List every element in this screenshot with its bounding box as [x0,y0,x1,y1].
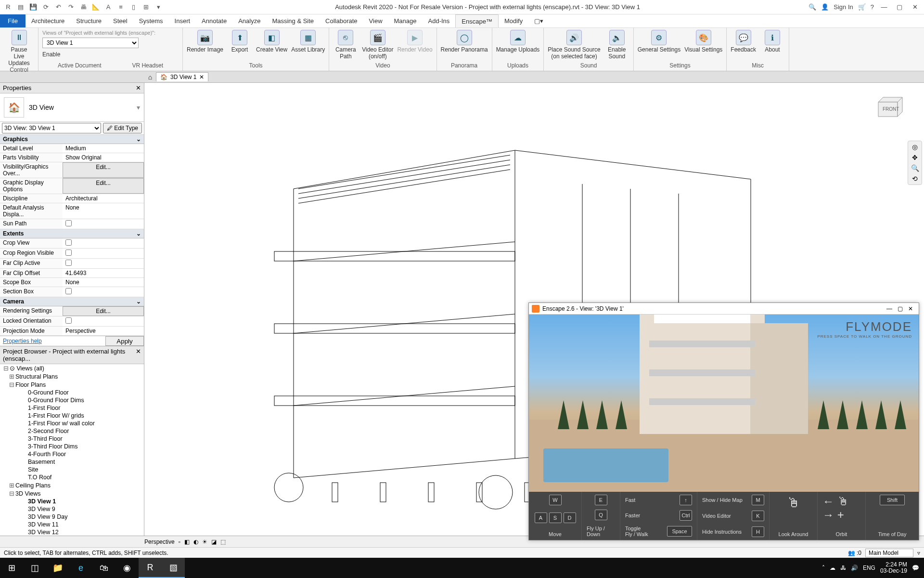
asset-library-button[interactable]: ▦Asset Library [291,30,325,53]
floor-item[interactable]: 4-Fourth Floor [0,450,144,458]
prop-analysis-value[interactable]: None [63,203,144,219]
prop-parts-value[interactable]: Show Original [63,153,144,162]
chrome-icon[interactable]: ◉ [116,558,139,578]
view-item[interactable]: 3D View 9 [0,505,144,513]
shadows-icon[interactable]: ◪ [211,539,217,545]
create-view-button[interactable]: ◧Create View [256,30,287,53]
export-button[interactable]: ⬆Export [227,30,252,53]
close-views-icon[interactable]: ⊞ [141,2,151,13]
floor-item[interactable]: 1-First Floor W/ grids [0,412,144,420]
section-camera[interactable]: Camera⌄ [0,297,144,306]
render-video-button[interactable]: ▶Render Video [397,30,432,53]
signin-link[interactable]: Sign In [834,3,853,11]
tray-chevron-icon[interactable]: ˄ [822,565,825,571]
section-graphics[interactable]: Graphics⌄ [0,135,144,144]
close-tab-icon[interactable]: ✕ [199,74,204,80]
scale-icon[interactable]: ▫ [179,539,180,545]
model-selector[interactable]: Main Model [865,549,913,557]
prop-detail-level-value[interactable]: Medium [63,144,144,153]
tab-massing[interactable]: Massing & Site [266,14,320,27]
prop-far-clip-checkbox[interactable] [63,259,144,268]
prop-far-clip-value[interactable]: 41.6493 [63,269,144,277]
render-panorama-button[interactable]: ◯Render Panorama [441,30,488,53]
nav-bar[interactable]: ◎ ✥ 🔍 ⟲ [908,141,922,185]
minimize-button[interactable]: — [879,3,889,11]
print-icon[interactable]: 🖶 [78,2,89,13]
projection-label[interactable]: Perspective [144,539,175,545]
orbit-icon[interactable]: ⟲ [912,175,918,183]
tab-collaborate[interactable]: Collaborate [320,14,363,27]
tab-addins[interactable]: Add-Ins [423,14,456,27]
floor-item[interactable]: T.O Roof [0,473,144,481]
enscape-taskbar-icon[interactable]: ▧ [162,558,185,578]
dropdown-icon[interactable]: ▾ [137,104,140,111]
tray-network-icon[interactable]: 🖧 [840,565,846,571]
apply-button[interactable]: Apply [105,336,144,346]
store-icon[interactable]: 🛍 [92,558,116,578]
tray-notifications-icon[interactable]: 💬 [912,565,919,571]
cart-icon[interactable]: 🛒 [858,3,866,11]
visual-settings-button[interactable]: 🎨Visual Settings [684,30,722,53]
task-view-icon[interactable]: ◫ [23,558,46,578]
prop-crop-view-checkbox[interactable] [63,238,144,248]
prop-vg-edit-button[interactable]: Edit... [63,162,144,178]
prop-sun-checkbox[interactable] [63,219,144,229]
floor-item[interactable]: Site [0,466,144,473]
instance-selector[interactable]: 3D View: 3D View 1 [2,123,101,133]
prop-projection-value[interactable]: Perspective [63,327,144,335]
view-cube[interactable]: FRONT [871,92,910,121]
tab-structure[interactable]: Structure [70,14,107,27]
tab-manage[interactable]: Manage [388,14,423,27]
align-icon[interactable]: ≡ [116,2,126,13]
enscape-viewport[interactable]: FLYMODE PRESS SPACE TO WALK ON THE GROUN… [529,315,919,492]
view-item[interactable]: 3D View 12 [0,528,144,536]
manage-uploads-button[interactable]: ☁Manage Uploads [496,30,540,53]
properties-help-link[interactable]: Properties help [0,336,105,346]
video-editor-button[interactable]: 🎬Video Editor (on/off) [362,30,393,60]
pause-updates-button[interactable]: ⏸Pause Live Updates [4,30,34,66]
visual-style-icon[interactable]: ◐ [193,539,198,545]
worksets-icon[interactable]: 👥 :0 [848,550,861,556]
about-button[interactable]: ℹAbout [760,30,785,53]
camera-path-button[interactable]: ⎋Camera Path [333,30,358,60]
close-browser-icon[interactable]: ✕ [136,348,141,362]
tab-architecture[interactable]: Architecture [26,14,70,27]
floor-item[interactable]: 3-Third Floor [0,435,144,443]
detail-icon[interactable]: ◧ [184,539,190,545]
switch-windows-icon[interactable]: ▾ [153,2,164,13]
enscape-minimize-button[interactable]: — [884,305,895,312]
floor-item[interactable]: 1-First Floor w/ wall color [0,420,144,427]
help-icon[interactable]: ? [871,3,874,11]
prop-discipline-value[interactable]: Architectural [63,194,144,203]
tray-date[interactable]: 03-Dec-19 [880,568,907,574]
prop-section-checkbox[interactable] [63,287,144,297]
project-browser[interactable]: ⊟⊙ Views (all) ⊞Structural Plans ⊟Floor … [0,364,144,536]
enscape-maximize-button[interactable]: ▢ [895,305,905,312]
open-icon[interactable]: ▤ [15,2,26,13]
close-properties-icon[interactable]: ✕ [136,84,141,92]
file-explorer-icon[interactable]: 📁 [46,558,69,578]
floor-item[interactable]: 1-First Floor [0,404,144,412]
floor-item[interactable]: 0-Ground Floor [0,389,144,396]
enscape-window[interactable]: Enscape 2.6 - View: '3D View 1' — ▢ ✕ FL… [528,302,919,540]
floor-item[interactable]: 0-Ground Floor Dims [0,396,144,404]
floor-item[interactable]: 3-Third Floor Dims [0,443,144,450]
revit-taskbar-icon[interactable]: R [139,558,162,578]
tray-onedrive-icon[interactable]: ☁ [830,565,835,571]
enable-sound-button[interactable]: 🔈Enable Sound [604,30,629,60]
redo-icon[interactable]: ↷ [65,2,76,13]
save-icon[interactable]: 💾 [28,2,38,13]
measure-icon[interactable]: 📐 [90,2,101,13]
floor-item[interactable]: 2-Second Floor [0,427,144,435]
tab-systems[interactable]: Systems [133,14,169,27]
file-tab[interactable]: File [0,14,26,27]
prop-gdo-edit-button[interactable]: Edit... [63,178,144,194]
close-button[interactable]: ✕ [910,3,920,11]
prop-scope-value[interactable]: None [63,278,144,287]
prop-rendering-edit-button[interactable]: Edit... [63,306,144,316]
feedback-button[interactable]: 💬Feedback [731,30,756,53]
text-icon[interactable]: A [103,2,114,13]
edit-type-button[interactable]: 🖉 Edit Type [103,123,142,133]
tab-analyze[interactable]: Analyze [232,14,266,27]
tab-steel[interactable]: Steel [107,14,133,27]
